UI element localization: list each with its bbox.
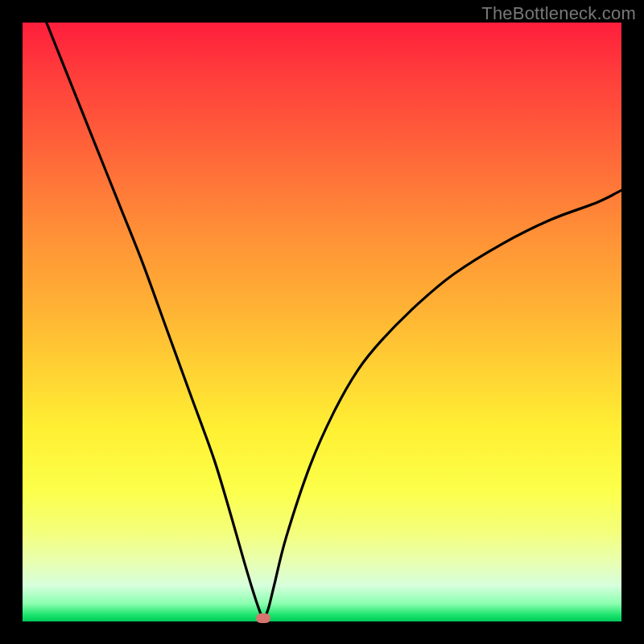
attribution-text: TheBottleneck.com (481, 3, 636, 24)
chart-frame: TheBottleneck.com (0, 0, 644, 644)
bottleneck-curve (23, 23, 621, 621)
optimal-point-marker (256, 613, 270, 623)
chart-plot-area (23, 23, 621, 621)
